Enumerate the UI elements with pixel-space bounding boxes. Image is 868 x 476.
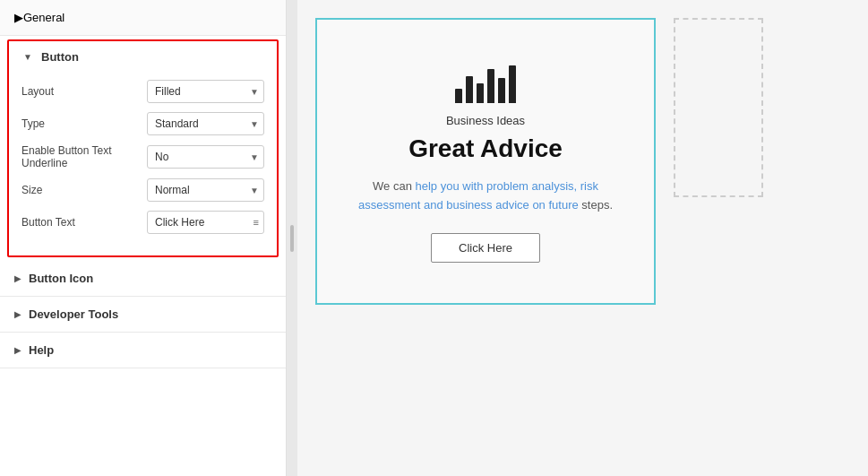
bar-2 bbox=[466, 76, 473, 103]
button-text-label: Button Text bbox=[21, 216, 147, 229]
help-chevron-icon: ▶ bbox=[14, 345, 21, 355]
size-row: Size Normal Small Large ▼ bbox=[21, 178, 264, 202]
size-label: Size bbox=[21, 184, 147, 196]
bar-1 bbox=[455, 89, 462, 103]
underline-select-wrapper: No Yes ▼ bbox=[147, 145, 264, 169]
bar-4 bbox=[487, 69, 494, 103]
size-select-wrapper: Normal Small Large ▼ bbox=[147, 178, 264, 202]
general-chevron-icon: ▶ bbox=[14, 11, 23, 24]
layout-select-wrapper: Filled Outlined Ghost ▼ bbox=[147, 80, 264, 103]
dashed-placeholder-box bbox=[674, 18, 763, 197]
left-panel: ▶ General ▼ Button Layout Filled Outline… bbox=[0, 0, 287, 476]
card-description-before: We can bbox=[373, 179, 415, 193]
button-icon-chevron-icon: ▶ bbox=[14, 273, 21, 283]
type-select-wrapper: Standard Primary Secondary ▼ bbox=[147, 112, 264, 135]
card-subtitle: Business Ideas bbox=[446, 114, 525, 127]
type-row: Type Standard Primary Secondary ▼ bbox=[21, 112, 264, 135]
bar-6 bbox=[509, 65, 516, 103]
layout-label: Layout bbox=[21, 85, 147, 98]
button-text-row: Button Text ≡ bbox=[21, 211, 264, 234]
developer-tools-chevron-icon: ▶ bbox=[14, 309, 21, 319]
bar-3 bbox=[477, 83, 484, 103]
general-section-title: General bbox=[23, 11, 64, 24]
underline-select[interactable]: No Yes bbox=[147, 145, 264, 169]
help-section[interactable]: ▶ Help bbox=[0, 333, 286, 368]
developer-tools-section[interactable]: ▶ Developer Tools bbox=[0, 297, 286, 333]
layout-select[interactable]: Filled Outlined Ghost bbox=[147, 80, 264, 103]
developer-tools-section-title: Developer Tools bbox=[29, 307, 118, 321]
card-title: Great Advice bbox=[408, 134, 563, 163]
button-chevron-icon: ▼ bbox=[21, 51, 34, 64]
button-text-input-wrapper: ≡ bbox=[147, 211, 264, 234]
size-select[interactable]: Normal Small Large bbox=[147, 178, 264, 202]
help-section-title: Help bbox=[29, 343, 54, 357]
underline-row: Enable Button Text Underline No Yes ▼ bbox=[21, 144, 264, 169]
resize-handle-bar bbox=[290, 225, 294, 252]
type-select[interactable]: Standard Primary Secondary bbox=[147, 112, 264, 135]
card-click-here-button[interactable]: Click Here bbox=[431, 233, 540, 263]
button-icon-section-title: Button Icon bbox=[29, 272, 93, 285]
button-icon-section[interactable]: ▶ Button Icon bbox=[0, 261, 286, 297]
layout-row: Layout Filled Outlined Ghost ▼ bbox=[21, 80, 264, 103]
button-section-title: Button bbox=[41, 50, 79, 64]
general-section[interactable]: ▶ General bbox=[0, 0, 286, 36]
button-section: ▼ Button Layout Filled Outlined Ghost ▼ … bbox=[7, 39, 279, 257]
type-label: Type bbox=[21, 117, 147, 130]
button-section-header[interactable]: ▼ Button bbox=[9, 41, 277, 73]
bar-5 bbox=[498, 78, 505, 103]
resize-handle[interactable] bbox=[287, 0, 297, 476]
card-description: We can help you with problem analysis, r… bbox=[353, 177, 618, 215]
card-description-after: steps. bbox=[579, 198, 613, 212]
underline-label: Enable Button Text Underline bbox=[21, 144, 147, 169]
preview-card: Business Ideas Great Advice We can help … bbox=[315, 18, 656, 305]
chart-icon bbox=[455, 60, 516, 103]
button-section-body: Layout Filled Outlined Ghost ▼ Type Stan… bbox=[9, 73, 277, 255]
right-panel: Business Ideas Great Advice We can help … bbox=[297, 0, 868, 476]
button-text-input[interactable] bbox=[147, 211, 264, 234]
